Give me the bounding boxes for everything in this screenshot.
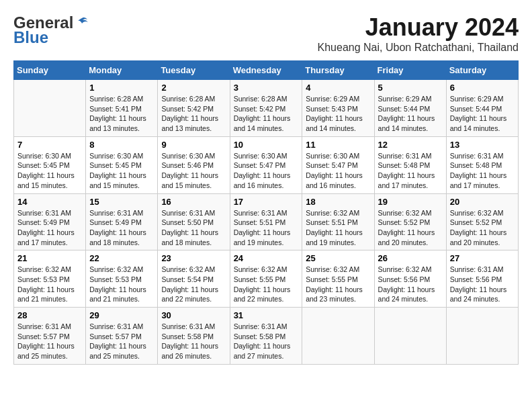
day-number: 24 — [234, 253, 299, 263]
cell-sun-info: Sunrise: 6:29 AMSunset: 5:44 PMDaylight:… — [450, 94, 515, 134]
calendar-cell: 17Sunrise: 6:31 AMSunset: 5:51 PMDayligh… — [230, 193, 302, 250]
calendar-cell: 28Sunrise: 6:31 AMSunset: 5:57 PMDayligh… — [14, 308, 86, 365]
day-number: 19 — [378, 197, 443, 207]
calendar-week-row: 28Sunrise: 6:31 AMSunset: 5:57 PMDayligh… — [14, 308, 519, 365]
cell-sun-info: Sunrise: 6:32 AMSunset: 5:53 PMDaylight:… — [17, 265, 82, 304]
calendar-cell: 22Sunrise: 6:32 AMSunset: 5:53 PMDayligh… — [86, 250, 158, 308]
cell-sun-info: Sunrise: 6:28 AMSunset: 5:42 PMDaylight:… — [161, 94, 226, 134]
page-header: General Blue January 2024 Khueang Nai, U… — [13, 13, 519, 54]
calendar-week-row: 7Sunrise: 6:30 AMSunset: 5:45 PMDaylight… — [14, 136, 519, 193]
day-number: 20 — [450, 197, 515, 207]
logo-bird-icon — [75, 15, 89, 30]
calendar-cell: 2Sunrise: 6:28 AMSunset: 5:42 PMDaylight… — [158, 80, 230, 137]
calendar-cell: 18Sunrise: 6:32 AMSunset: 5:51 PMDayligh… — [302, 193, 374, 250]
cell-sun-info: Sunrise: 6:31 AMSunset: 5:57 PMDaylight:… — [89, 322, 154, 361]
calendar-cell: 6Sunrise: 6:29 AMSunset: 5:44 PMDaylight… — [446, 80, 518, 137]
calendar-cell: 31Sunrise: 6:31 AMSunset: 5:58 PMDayligh… — [230, 308, 302, 365]
calendar-cell — [446, 308, 518, 365]
cell-sun-info: Sunrise: 6:31 AMSunset: 5:50 PMDaylight:… — [161, 208, 226, 248]
day-number: 27 — [450, 253, 515, 263]
calendar-cell: 8Sunrise: 6:30 AMSunset: 5:45 PMDaylight… — [86, 136, 158, 193]
day-number: 3 — [234, 83, 299, 93]
calendar-cell: 12Sunrise: 6:31 AMSunset: 5:48 PMDayligh… — [374, 136, 446, 193]
calendar-cell: 3Sunrise: 6:28 AMSunset: 5:42 PMDaylight… — [230, 80, 302, 137]
weekday-header-sunday: Sunday — [14, 61, 86, 80]
calendar-week-row: 1Sunrise: 6:28 AMSunset: 5:41 PMDaylight… — [14, 80, 519, 137]
calendar-cell: 9Sunrise: 6:30 AMSunset: 5:46 PMDaylight… — [158, 136, 230, 193]
day-number: 2 — [161, 83, 226, 93]
cell-sun-info: Sunrise: 6:30 AMSunset: 5:46 PMDaylight:… — [161, 151, 226, 191]
cell-sun-info: Sunrise: 6:29 AMSunset: 5:43 PMDaylight:… — [306, 94, 370, 134]
cell-sun-info: Sunrise: 6:32 AMSunset: 5:52 PMDaylight:… — [450, 208, 515, 248]
day-number: 26 — [378, 253, 443, 263]
calendar-cell: 27Sunrise: 6:31 AMSunset: 5:56 PMDayligh… — [446, 250, 518, 308]
day-number: 23 — [161, 253, 226, 263]
calendar-cell: 25Sunrise: 6:32 AMSunset: 5:55 PMDayligh… — [302, 250, 374, 308]
calendar-cell: 11Sunrise: 6:30 AMSunset: 5:47 PMDayligh… — [302, 136, 374, 193]
calendar-week-row: 14Sunrise: 6:31 AMSunset: 5:49 PMDayligh… — [14, 193, 519, 250]
calendar-cell: 16Sunrise: 6:31 AMSunset: 5:50 PMDayligh… — [158, 193, 230, 250]
cell-sun-info: Sunrise: 6:32 AMSunset: 5:55 PMDaylight:… — [306, 265, 370, 304]
logo: General Blue — [13, 13, 89, 47]
calendar-cell: 1Sunrise: 6:28 AMSunset: 5:41 PMDaylight… — [86, 80, 158, 137]
cell-sun-info: Sunrise: 6:32 AMSunset: 5:56 PMDaylight:… — [378, 265, 443, 304]
day-number: 8 — [89, 140, 154, 150]
calendar-cell: 29Sunrise: 6:31 AMSunset: 5:57 PMDayligh… — [86, 308, 158, 365]
weekday-header-monday: Monday — [86, 61, 158, 80]
day-number: 18 — [306, 197, 370, 207]
cell-sun-info: Sunrise: 6:30 AMSunset: 5:45 PMDaylight:… — [89, 151, 154, 191]
day-number: 14 — [17, 197, 82, 207]
day-number: 29 — [89, 310, 154, 320]
day-number: 1 — [89, 83, 154, 93]
weekday-header-wednesday: Wednesday — [230, 61, 302, 80]
cell-sun-info: Sunrise: 6:32 AMSunset: 5:55 PMDaylight:… — [234, 265, 299, 304]
title-block: January 2024 Khueang Nai, Ubon Ratchatha… — [318, 13, 519, 54]
cell-sun-info: Sunrise: 6:28 AMSunset: 5:42 PMDaylight:… — [234, 94, 299, 134]
logo-blue-text: Blue — [13, 28, 48, 47]
day-number: 13 — [450, 140, 515, 150]
weekday-header-thursday: Thursday — [302, 61, 374, 80]
cell-sun-info: Sunrise: 6:31 AMSunset: 5:58 PMDaylight:… — [234, 322, 299, 361]
cell-sun-info: Sunrise: 6:31 AMSunset: 5:48 PMDaylight:… — [378, 151, 443, 191]
calendar-cell — [374, 308, 446, 365]
cell-sun-info: Sunrise: 6:31 AMSunset: 5:48 PMDaylight:… — [450, 151, 515, 191]
day-number: 28 — [17, 310, 82, 320]
calendar-cell: 15Sunrise: 6:31 AMSunset: 5:49 PMDayligh… — [86, 193, 158, 250]
day-number: 15 — [89, 197, 154, 207]
calendar-cell: 14Sunrise: 6:31 AMSunset: 5:49 PMDayligh… — [14, 193, 86, 250]
calendar-cell: 5Sunrise: 6:29 AMSunset: 5:44 PMDaylight… — [374, 80, 446, 137]
calendar-cell: 30Sunrise: 6:31 AMSunset: 5:58 PMDayligh… — [158, 308, 230, 365]
calendar-cell: 20Sunrise: 6:32 AMSunset: 5:52 PMDayligh… — [446, 193, 518, 250]
cell-sun-info: Sunrise: 6:32 AMSunset: 5:52 PMDaylight:… — [378, 208, 443, 248]
day-number: 4 — [306, 83, 370, 93]
cell-sun-info: Sunrise: 6:31 AMSunset: 5:49 PMDaylight:… — [17, 208, 82, 248]
calendar-cell: 4Sunrise: 6:29 AMSunset: 5:43 PMDaylight… — [302, 80, 374, 137]
calendar-subtitle: Khueang Nai, Ubon Ratchathani, Thailand — [318, 42, 519, 54]
day-number: 5 — [378, 83, 443, 93]
cell-sun-info: Sunrise: 6:31 AMSunset: 5:49 PMDaylight:… — [89, 208, 154, 248]
day-number: 11 — [306, 140, 370, 150]
cell-sun-info: Sunrise: 6:29 AMSunset: 5:44 PMDaylight:… — [378, 94, 443, 134]
calendar-title: January 2024 — [318, 13, 519, 42]
calendar-table: SundayMondayTuesdayWednesdayThursdayFrid… — [13, 60, 519, 365]
day-number: 17 — [234, 197, 299, 207]
day-number: 7 — [17, 140, 82, 150]
cell-sun-info: Sunrise: 6:31 AMSunset: 5:58 PMDaylight:… — [161, 322, 226, 361]
calendar-cell: 26Sunrise: 6:32 AMSunset: 5:56 PMDayligh… — [374, 250, 446, 308]
day-number: 21 — [17, 253, 82, 263]
cell-sun-info: Sunrise: 6:30 AMSunset: 5:47 PMDaylight:… — [234, 151, 299, 191]
day-number: 22 — [89, 253, 154, 263]
calendar-cell — [302, 308, 374, 365]
cell-sun-info: Sunrise: 6:31 AMSunset: 5:57 PMDaylight:… — [17, 322, 82, 361]
day-number: 25 — [306, 253, 370, 263]
day-number: 9 — [161, 140, 226, 150]
day-number: 12 — [378, 140, 443, 150]
cell-sun-info: Sunrise: 6:30 AMSunset: 5:47 PMDaylight:… — [306, 151, 370, 191]
day-number: 6 — [450, 83, 515, 93]
day-number: 30 — [161, 310, 226, 320]
calendar-cell: 23Sunrise: 6:32 AMSunset: 5:54 PMDayligh… — [158, 250, 230, 308]
cell-sun-info: Sunrise: 6:32 AMSunset: 5:54 PMDaylight:… — [161, 265, 226, 304]
cell-sun-info: Sunrise: 6:31 AMSunset: 5:56 PMDaylight:… — [450, 265, 515, 304]
weekday-header-friday: Friday — [374, 61, 446, 80]
calendar-cell: 19Sunrise: 6:32 AMSunset: 5:52 PMDayligh… — [374, 193, 446, 250]
